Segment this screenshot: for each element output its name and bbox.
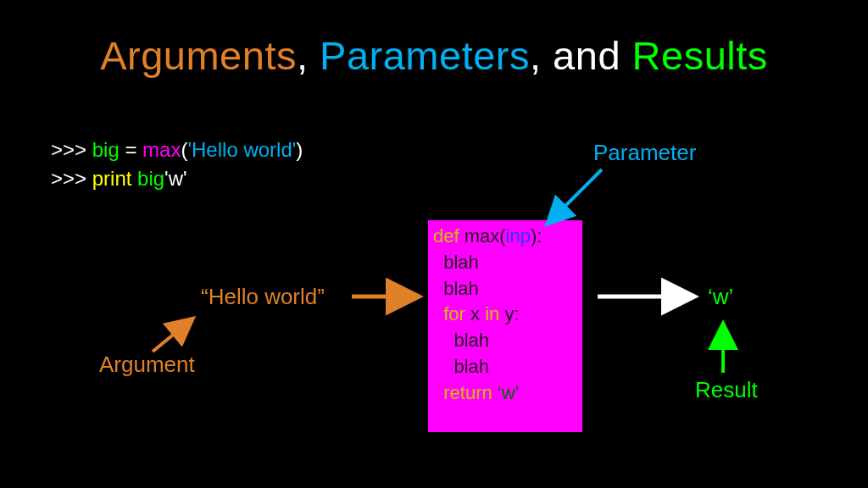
argument-label: Argument bbox=[99, 352, 195, 378]
var-big: big bbox=[92, 138, 125, 161]
argument-value: “Hello world” bbox=[201, 284, 325, 310]
result-value: ‘w’ bbox=[708, 284, 733, 310]
kw-return: return bbox=[433, 382, 498, 403]
paren-close: ) bbox=[296, 138, 303, 161]
blah-1: blah bbox=[433, 250, 577, 276]
title-word-arguments: Arguments bbox=[100, 33, 297, 78]
kw-in: in bbox=[485, 303, 504, 324]
title-word-parameters: Parameters bbox=[320, 33, 530, 78]
kw-def: def bbox=[433, 225, 465, 247]
var-x: x bbox=[470, 303, 485, 324]
func-max: max bbox=[142, 138, 181, 161]
title-word-results: Results bbox=[632, 33, 768, 78]
return-line: return ‘w’ bbox=[433, 380, 577, 407]
code-line-2: >>> print big'w' bbox=[51, 164, 303, 193]
assign-eq: = bbox=[125, 138, 142, 161]
result-label: Result bbox=[695, 377, 758, 403]
print-w: 'w' bbox=[164, 167, 187, 190]
prompt-1: >>> bbox=[51, 138, 92, 161]
var-y: y: bbox=[504, 303, 519, 324]
blah-3: blah bbox=[433, 328, 577, 354]
for-line: for x in y: bbox=[433, 302, 577, 328]
title-comma-and: , and bbox=[530, 33, 632, 78]
literal-hello: 'Hello world' bbox=[187, 138, 296, 161]
arrow-parameter-label bbox=[549, 169, 602, 222]
return-value: ‘w’ bbox=[498, 382, 520, 403]
print-kw: print bbox=[92, 167, 137, 190]
kw-for: for bbox=[433, 303, 470, 324]
prompt-2: >>> bbox=[51, 167, 92, 190]
param-inp: inp bbox=[506, 225, 531, 247]
fn-name: max( bbox=[465, 225, 506, 247]
def-line: def max(inp): bbox=[433, 224, 577, 250]
slide-title: Arguments, Parameters, and Results bbox=[0, 32, 868, 79]
blah-4: blah bbox=[433, 354, 577, 380]
blah-2: blah bbox=[433, 276, 577, 302]
print-big: big bbox=[137, 167, 164, 190]
paren-colon: ): bbox=[531, 225, 542, 247]
function-definition-box: def max(inp): blah blah for x in y: blah… bbox=[428, 220, 582, 432]
arrow-argument-label bbox=[153, 320, 191, 352]
interpreter-code: >>> big = max('Hello world') >>> print b… bbox=[51, 136, 303, 192]
code-line-1: >>> big = max('Hello world') bbox=[51, 136, 303, 164]
title-comma-1: , bbox=[297, 33, 320, 78]
parameter-label: Parameter bbox=[593, 140, 696, 166]
